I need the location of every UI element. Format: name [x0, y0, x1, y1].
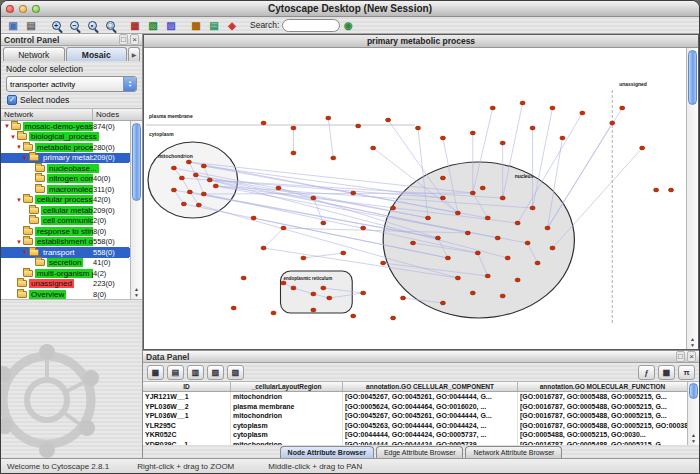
tab-network[interactable]: Network	[3, 47, 65, 61]
zoom-selected-icon[interactable]: ▪	[84, 18, 100, 33]
network-node[interactable]	[361, 226, 366, 230]
network-node[interactable]	[485, 274, 490, 278]
tree-item[interactable]: secretion41(0)	[1, 258, 129, 269]
table-row[interactable]: YLR295Ccytoplasm[GO:0045263, GO:0044444,…	[143, 421, 699, 431]
select-all-attributes-icon[interactable]: ▦	[147, 365, 164, 380]
tree-item[interactable]: macromolecule...311(0)	[1, 184, 129, 195]
network-node[interactable]	[480, 186, 485, 190]
network-node[interactable]	[390, 316, 395, 320]
network-overview-icon[interactable]: ▨	[163, 18, 179, 33]
network-node[interactable]	[440, 196, 445, 200]
network-vscrollbar-arrows[interactable]: ▲▼	[687, 336, 698, 348]
column-header[interactable]: _cellularLayoutRegion	[231, 382, 343, 391]
table-row[interactable]: YJR121W__1mitochondrion[GO:0045267, GO:0…	[143, 392, 699, 402]
network-node[interactable]	[186, 160, 191, 164]
expand-arrow-icon[interactable]: ▼	[15, 144, 23, 150]
network-node[interactable]	[455, 276, 460, 280]
unselect-all-attributes-icon[interactable]: ▤	[167, 365, 184, 380]
tree-item[interactable]: ▼biological_process	[1, 132, 129, 143]
tree-item[interactable]: Overview8(0)	[1, 289, 129, 300]
tree-column-network[interactable]: Network	[1, 109, 93, 120]
network-node[interactable]	[500, 294, 505, 298]
network-node[interactable]	[231, 306, 236, 310]
tree-scrollbar-thumb[interactable]	[132, 123, 141, 201]
network-node[interactable]	[530, 206, 535, 210]
network-node[interactable]	[668, 188, 673, 192]
hide-selected-icon[interactable]: ▦	[127, 18, 143, 33]
network-node[interactable]	[410, 241, 415, 245]
network-node[interactable]	[465, 231, 470, 235]
network-node[interactable]	[311, 196, 316, 200]
network-node[interactable]	[179, 176, 184, 180]
function-builder-icon[interactable]: ƒ	[638, 365, 655, 380]
tree-item[interactable]: nucleobase...	[1, 163, 129, 174]
network-node[interactable]	[520, 101, 525, 105]
network-node[interactable]	[361, 291, 366, 295]
search-input[interactable]	[282, 19, 340, 32]
zoom-out-icon[interactable]: −	[66, 18, 82, 33]
table-vscrollbar-thumb[interactable]	[689, 383, 698, 399]
network-node[interactable]	[291, 126, 296, 130]
tree-column-nodes[interactable]: Nodes	[93, 109, 142, 120]
network-node[interactable]	[530, 126, 535, 130]
tree-item[interactable]: ▼mosaic-demo-yeast874(0)	[1, 121, 129, 132]
tree-item[interactable]: ▼cellular process42(0)	[1, 195, 129, 206]
tree-scrollbar[interactable]: ▲▼	[130, 121, 142, 299]
network-node[interactable]	[261, 246, 266, 250]
network-node[interactable]	[535, 261, 540, 265]
network-node[interactable]	[490, 106, 495, 110]
network-node[interactable]	[560, 136, 565, 140]
network-node[interactable]	[331, 156, 336, 160]
network-node[interactable]	[445, 256, 450, 260]
float-data-panel-icon[interactable]: □	[676, 351, 685, 362]
network-node[interactable]	[187, 190, 192, 194]
network-node[interactable]	[435, 236, 440, 240]
vizmapper-icon[interactable]: ◈	[224, 18, 240, 33]
network-node[interactable]	[425, 216, 430, 220]
tree-item[interactable]: ▼establishment of lo...558(0)	[1, 237, 129, 248]
network-node[interactable]	[271, 311, 276, 315]
network-node[interactable]	[371, 146, 376, 150]
tab-edge-attribute-browser[interactable]: Edge Attribute Browser	[376, 446, 464, 458]
expand-arrow-icon[interactable]: ▼	[3, 123, 11, 129]
tree-item[interactable]: nitrogen compo...40(0)	[1, 174, 129, 185]
network-node[interactable]	[550, 106, 555, 110]
network-node[interactable]	[327, 296, 332, 300]
network-node[interactable]	[470, 291, 475, 295]
network-node[interactable]	[171, 188, 176, 192]
network-node[interactable]	[525, 241, 530, 245]
network-node[interactable]	[440, 136, 445, 140]
network-node[interactable]	[241, 276, 246, 280]
network-node[interactable]	[381, 261, 386, 265]
network-node[interactable]	[181, 202, 186, 206]
match-attributes-icon[interactable]: ▨	[227, 365, 244, 380]
column-header[interactable]: annotation.GO CELLULAR_COMPONENT	[343, 382, 518, 391]
network-node[interactable]	[500, 196, 505, 200]
tree-item[interactable]: response to stimul...8(0)	[1, 226, 129, 237]
titlebar[interactable]: Cytoscape Desktop (New Session)	[1, 1, 699, 17]
network-node[interactable]	[301, 256, 306, 260]
tree-item[interactable]: cell communica...2(0)	[1, 216, 129, 227]
network-node[interactable]	[505, 256, 510, 260]
network-node[interactable]	[251, 216, 256, 220]
new-attribute-icon[interactable]: ▥	[187, 365, 204, 380]
table-row[interactable]: YPL036W__1mitochondrion[GO:0045267, GO:0…	[143, 411, 699, 421]
delete-attribute-icon[interactable]: ▧	[207, 365, 224, 380]
expand-arrow-icon[interactable]: ▼	[21, 155, 29, 161]
column-header[interactable]: annotation.GO MOLECULAR_FUNCTION	[518, 382, 688, 391]
expand-arrow-icon[interactable]: ▼	[15, 197, 23, 203]
close-data-panel-icon[interactable]: ×	[687, 351, 696, 362]
network-node[interactable]	[196, 203, 201, 207]
table-row[interactable]: YPL036W__2plasma membrane[GO:0005624, GO…	[143, 402, 699, 412]
network-node[interactable]	[213, 184, 218, 188]
import-attributes-file-icon[interactable]: ▩	[658, 365, 675, 380]
network-node[interactable]	[171, 166, 176, 170]
table-vscrollbar-arrows[interactable]: ▲▼	[688, 432, 699, 444]
network-node[interactable]	[485, 216, 490, 220]
network-node[interactable]	[620, 106, 625, 110]
select-nodes-checkbox[interactable]: ✓	[7, 95, 17, 105]
tree-item[interactable]: cellular metabo...209(0)	[1, 205, 129, 216]
network-node[interactable]	[291, 151, 296, 155]
network-node[interactable]	[281, 226, 286, 230]
expand-arrow-icon[interactable]: ▼	[9, 134, 17, 140]
